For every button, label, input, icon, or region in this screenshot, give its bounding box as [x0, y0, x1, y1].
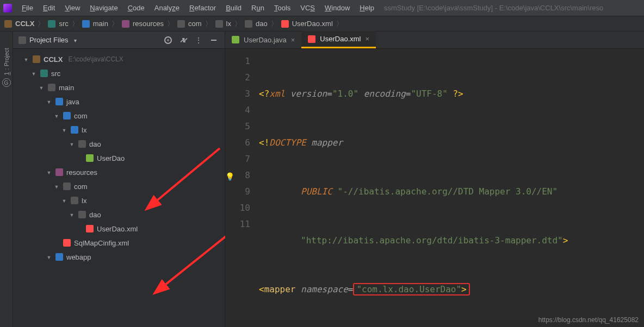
xml-file-icon: [63, 239, 71, 247]
folder-icon: [55, 168, 63, 176]
folder-icon: [71, 197, 78, 204]
folder-icon: [122, 20, 129, 28]
menu-bar: File Edit View Navigate Code Analyze Ref…: [0, 0, 644, 16]
chevron-right-icon: 〉: [112, 19, 119, 29]
menu-navigate[interactable]: Navigate: [85, 2, 122, 14]
close-tab-button[interactable]: ×: [291, 36, 295, 44]
tree-node-com2[interactable]: com: [15, 179, 225, 193]
folder-icon: [40, 70, 48, 77]
close-tab-button[interactable]: ×: [365, 35, 369, 43]
tree-node-userdao-java[interactable]: UserDao: [15, 151, 225, 165]
collapse-all-button[interactable]: ↗↙: [178, 35, 189, 46]
menu-run[interactable]: Run: [247, 2, 269, 14]
menu-code[interactable]: Code: [123, 2, 149, 14]
folder-icon: [78, 211, 86, 218]
menu-tools[interactable]: Tools: [270, 2, 295, 14]
code-content[interactable]: <?xml version="1.0" encoding="UTF-8" ?> …: [257, 49, 644, 327]
tree-node-dao2[interactable]: dao: [15, 207, 225, 222]
crumb-main[interactable]: main: [82, 20, 108, 28]
xml-file-icon: [308, 35, 315, 43]
folder-icon: [63, 112, 71, 120]
menu-view[interactable]: View: [60, 2, 84, 14]
menu-edit[interactable]: Edit: [39, 2, 59, 14]
menu-vcs[interactable]: VCS: [296, 2, 319, 14]
tree-node-webapp[interactable]: webapp: [15, 250, 225, 264]
tree-node-main[interactable]: main: [15, 80, 225, 95]
project-tree: CCLXE:\code\java\CCLX src main java com …: [13, 49, 225, 267]
menu-refactor[interactable]: Refactor: [185, 2, 220, 14]
crumb-resources[interactable]: resources: [122, 20, 164, 28]
tab-userdao-java[interactable]: UserDao.java×: [225, 31, 301, 48]
tree-node-lx2[interactable]: lx: [15, 193, 225, 207]
folder-icon: [177, 20, 185, 28]
tree-node-sqlmap[interactable]: SqlMapCinfig.xml: [15, 236, 225, 250]
panel-options-button[interactable]: ⋮: [193, 35, 204, 46]
folder-icon: [33, 55, 40, 63]
folder-icon: [63, 183, 71, 190]
crumb-file[interactable]: UserDao.xml: [281, 20, 333, 28]
editor-area: UserDao.java× UserDao.xml× 1 2 3 4 5 6 7…: [225, 32, 644, 327]
minimize-icon: [211, 40, 216, 41]
menu-build[interactable]: Build: [221, 2, 246, 14]
folder-icon: [71, 126, 78, 134]
tree-node-java[interactable]: java: [15, 95, 225, 109]
folder-icon: [48, 20, 55, 28]
folder-icon: [245, 20, 252, 28]
folder-icon: [18, 36, 26, 44]
hide-panel-button[interactable]: [208, 35, 219, 46]
crumb-lx[interactable]: lx: [215, 20, 231, 28]
project-panel: Project Files ↗↙ ⋮ CCLXE:\code\java\CCLX…: [13, 32, 225, 327]
project-panel-header: Project Files ↗↙ ⋮: [13, 32, 225, 49]
tree-node-root[interactable]: CCLXE:\code\java\CCLX: [15, 52, 225, 66]
project-view-selector[interactable]: Project Files: [18, 36, 77, 44]
window-title: ssmStudy [E:\code\java\ssmStudy] - E:\co…: [384, 4, 603, 12]
target-icon: [164, 36, 172, 44]
select-opened-file-button[interactable]: [163, 35, 174, 46]
tab-userdao-xml[interactable]: UserDao.xml×: [301, 31, 376, 48]
code-editor[interactable]: 1 2 3 4 5 6 7 8 9 10 11 💡 <?xml version=…: [225, 49, 644, 327]
folder-icon: [55, 98, 63, 105]
interface-icon: [86, 154, 94, 162]
chevron-right-icon: 〉: [205, 19, 212, 29]
crumb-com[interactable]: com: [177, 20, 202, 28]
tree-node-dao[interactable]: dao: [15, 137, 225, 151]
folder-icon: [55, 253, 63, 261]
folder-icon: [82, 20, 90, 28]
watermark: https://blog.csdn.net/qq_41625082: [538, 316, 639, 324]
chevron-right-icon: 〉: [271, 19, 278, 29]
menu-window[interactable]: Window: [320, 2, 354, 14]
crumb-src[interactable]: src: [48, 20, 68, 28]
chevron-right-icon: 〉: [167, 19, 174, 29]
folder-icon: [78, 140, 86, 148]
menu-help[interactable]: Help: [355, 2, 379, 14]
folder-icon: [4, 20, 12, 28]
menu-analyze[interactable]: Analyze: [150, 2, 184, 14]
tree-node-userdao-xml[interactable]: UserDao.xml: [15, 222, 225, 236]
line-gutter: 1 2 3 4 5 6 7 8 9 10 11 💡: [225, 49, 257, 327]
folder-icon: [215, 20, 223, 28]
xml-file-icon: [86, 225, 94, 232]
folder-icon: [48, 84, 55, 91]
app-icon: [3, 4, 12, 12]
crumb-cclx[interactable]: CCLX: [4, 20, 34, 28]
structure-tool-button[interactable]: G: [2, 78, 11, 87]
menu-file[interactable]: File: [17, 2, 38, 14]
tree-node-src[interactable]: src: [15, 66, 225, 80]
project-tool-button[interactable]: 1: Project: [3, 48, 10, 75]
tree-node-lx[interactable]: lx: [15, 123, 225, 137]
tree-node-resources[interactable]: resources: [15, 165, 225, 179]
xml-file-icon: [281, 20, 289, 28]
chevron-right-icon: 〉: [336, 19, 343, 29]
chevron-right-icon: 〉: [38, 19, 45, 29]
editor-tabs: UserDao.java× UserDao.xml×: [225, 32, 644, 49]
intention-bulb-icon[interactable]: 💡: [225, 168, 234, 185]
chevron-right-icon: 〉: [72, 19, 79, 29]
chevron-right-icon: 〉: [234, 19, 242, 29]
interface-icon: [232, 36, 239, 43]
breadcrumb: CCLX 〉 src 〉 main 〉 resources 〉 com 〉 lx…: [0, 16, 644, 32]
tree-node-com[interactable]: com: [15, 109, 225, 123]
crumb-dao[interactable]: dao: [245, 20, 268, 28]
left-tool-strip: 1: Project G: [0, 32, 13, 327]
